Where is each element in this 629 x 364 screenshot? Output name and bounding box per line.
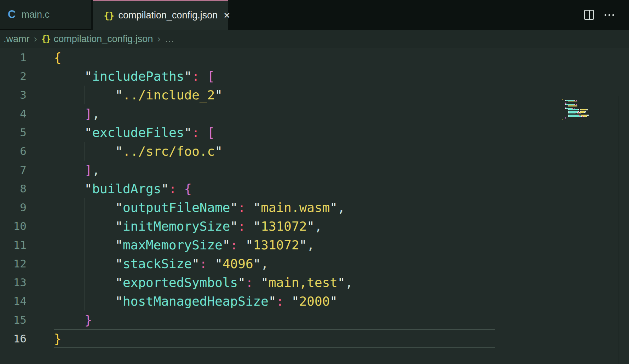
tab-label: compilation_config.json [119, 10, 218, 21]
close-tab-icon[interactable]: ✕ [223, 11, 230, 21]
breadcrumb: .wamr › {} compilation_config.json › … [0, 30, 629, 48]
indent-guide [85, 254, 85, 273]
code-text: { [54, 48, 62, 67]
code-text: "stackSize": "4096", [54, 254, 269, 273]
json-file-icon: {} [104, 10, 114, 21]
indent-guide [54, 179, 54, 198]
code-line[interactable]: 1{ [0, 48, 629, 67]
code-text: "excludeFiles": [ [54, 123, 215, 142]
editor-actions [584, 0, 629, 30]
tab-main-c[interactable]: C main.c [0, 0, 91, 30]
indent-guide [54, 161, 54, 179]
code-line[interactable]: 3 "../include_2" [0, 86, 629, 104]
line-number: 9 [0, 198, 27, 217]
code-text: "exportedSymbols": "main,test", [54, 273, 353, 292]
tab-label: main.c [21, 9, 50, 20]
code-line[interactable]: 16} [0, 329, 629, 348]
code-line[interactable]: 12 "stackSize": "4096", [0, 254, 629, 273]
code-line[interactable]: 4 ], [0, 104, 629, 123]
line-number: 11 [0, 236, 27, 254]
line-number: 10 [0, 217, 27, 236]
line-number: 8 [0, 179, 27, 198]
code-line[interactable]: 9 "outputFileName": "main.wasm", [0, 198, 629, 217]
code-text: "outputFileName": "main.wasm", [54, 198, 345, 217]
indent-guide [54, 67, 54, 86]
code-text: "maxMemorySize": "131072", [54, 236, 314, 254]
code-text: "../include_2" [54, 86, 223, 104]
code-line[interactable]: 13 "exportedSymbols": "main,test", [0, 273, 629, 292]
line-number: 12 [0, 254, 27, 273]
code-text: } [54, 311, 92, 329]
indent-guide [54, 273, 54, 292]
indent-guide [85, 273, 85, 292]
tab-compilation-config-json[interactable]: {} compilation_config.json ✕ [93, 0, 228, 30]
breadcrumb-symbol[interactable]: … [165, 34, 174, 45]
code-text: ], [54, 161, 100, 179]
indent-guide [54, 311, 54, 329]
indent-guide [85, 292, 85, 311]
vscode-window: C main.c {} compilation_config.json ✕ .w… [0, 0, 629, 364]
indent-guide [54, 104, 54, 123]
breadcrumb-folder[interactable]: .wamr [4, 34, 30, 45]
minimap-separator [618, 96, 618, 364]
more-actions-icon[interactable] [605, 14, 614, 16]
code-line[interactable]: 8 "buildArgs": { [0, 179, 629, 198]
split-editor-icon[interactable] [584, 10, 594, 20]
indent-guide [85, 142, 85, 161]
code-text: "includePaths": [ [54, 67, 215, 86]
breadcrumb-file[interactable]: compilation_config.json [54, 34, 153, 45]
indent-guide [85, 236, 85, 254]
indent-guide [54, 86, 54, 104]
indent-guide [85, 217, 85, 236]
code-text: "hostManagedHeapSize": "2000" [54, 292, 337, 311]
code-line[interactable]: 10 "initMemorySize": "131072", [0, 217, 629, 236]
line-number: 3 [0, 86, 27, 104]
code-line[interactable]: 2 "includePaths": [ [0, 67, 629, 86]
c-file-icon: C [8, 8, 16, 21]
tab-bar: C main.c {} compilation_config.json ✕ [0, 0, 629, 30]
indent-guide [54, 217, 54, 236]
code-text: "initMemorySize": "131072", [54, 217, 322, 236]
code-line[interactable]: 14 "hostManagedHeapSize": "2000" [0, 292, 629, 311]
indent-guide [54, 292, 54, 311]
code-line[interactable]: 11 "maxMemorySize": "131072", [0, 236, 629, 254]
code-line[interactable]: 6 "../src/foo.c" [0, 142, 629, 161]
line-number: 1 [0, 48, 27, 67]
line-number: 16 [0, 329, 27, 348]
line-number: 13 [0, 273, 27, 292]
code-text: } [54, 329, 62, 348]
code-lines: 1{2 "includePaths": [3 "../include_2"4 ]… [0, 48, 629, 348]
line-number: 14 [0, 292, 27, 311]
line-number: 4 [0, 104, 27, 123]
indent-guide [54, 236, 54, 254]
line-number: 2 [0, 67, 27, 86]
indent-guide [85, 86, 85, 104]
code-line[interactable]: 15 } [0, 311, 629, 329]
indent-guide [54, 254, 54, 273]
line-number: 6 [0, 142, 27, 161]
minimap[interactable] [562, 99, 605, 120]
code-line[interactable]: 7 ], [0, 161, 629, 179]
code-text: ], [54, 104, 100, 123]
code-text: "../src/foo.c" [54, 142, 223, 161]
line-number: 5 [0, 123, 27, 142]
chevron-right-icon: › [157, 33, 160, 45]
code-line[interactable]: 5 "excludeFiles": [ [0, 123, 629, 142]
indent-guide [54, 198, 54, 217]
chevron-right-icon: › [34, 33, 37, 45]
indent-guide [54, 142, 54, 161]
json-file-icon: {} [41, 34, 50, 44]
editor-pane[interactable]: 1{2 "includePaths": [3 "../include_2"4 ]… [0, 48, 629, 364]
indent-guide [85, 198, 85, 217]
line-number: 7 [0, 161, 27, 179]
indent-guide [54, 123, 54, 142]
line-number: 15 [0, 311, 27, 329]
code-text: "buildArgs": { [54, 179, 192, 198]
